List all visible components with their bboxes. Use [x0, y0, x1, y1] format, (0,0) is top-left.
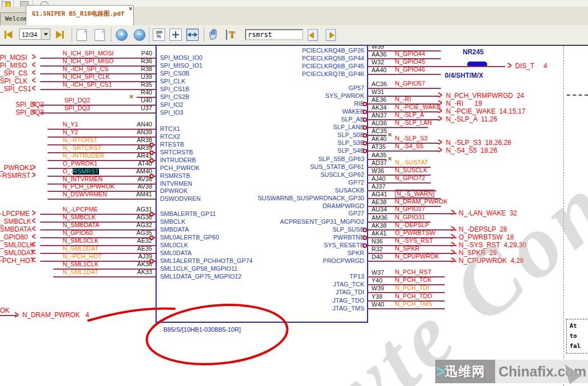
pin-number: AK38	[371, 222, 387, 229]
badge-left-panel: > 迅维网	[435, 360, 495, 383]
find-next-button[interactable]	[326, 28, 336, 41]
find-previous-button[interactable]	[308, 28, 318, 41]
chip-pin-name: GP27	[193, 210, 364, 216]
pin-number: AK34	[371, 104, 387, 111]
chip-pin-name: GP72	[193, 179, 364, 186]
net-label: N_-RTCRST	[63, 136, 97, 143]
ibeam-cursor-icon	[226, 30, 227, 40]
chip-pin-name: TP13	[193, 273, 364, 280]
chip-pin-name: PCIECLKRQ6B_GP45	[193, 63, 364, 69]
separator	[72, 27, 72, 42]
external-net-label: SPI_DQ2	[16, 101, 44, 109]
fit-page-button[interactable]	[170, 28, 182, 41]
chip-pin-name: SMBDATA	[160, 226, 189, 233]
net-label: N_-S_WARN	[395, 190, 434, 197]
pdf-toolbar: 12/34 + − 100% T	[0, 25, 588, 46]
hand-tool-button[interactable]	[208, 28, 220, 41]
pin-number: AA36	[371, 51, 387, 58]
net-label: N_SUSCLK	[395, 167, 427, 173]
chip-pin-name: PROCPWRGD	[193, 257, 364, 264]
chip-pin-name: SLP_S3B	[193, 139, 364, 146]
chip-pin-name: SUSACKB	[193, 187, 364, 194]
note-box: At to fal	[566, 319, 588, 354]
zoom-out-button[interactable]: −	[134, 28, 145, 41]
zoom-100-button[interactable]: 100%	[153, 28, 165, 41]
pdf-reader-window: NR245 0/4/SHT/M/X B85/S/[10HB1-030B85-10…	[0, 0, 588, 386]
pin-number: AV36	[128, 176, 152, 182]
net-label: N_SML0CLK	[63, 237, 98, 244]
first-page-button[interactable]	[4, 28, 12, 41]
pin-number: AK33	[128, 269, 152, 275]
chip-pin-name: SPI_CS2B	[160, 93, 190, 100]
dashed-connector-line	[567, 95, 588, 96]
external-net-label: PI_MOSI	[0, 54, 27, 62]
zoom-in-button[interactable]: +	[116, 28, 128, 41]
external-net-label: -LPCPME	[0, 210, 30, 218]
net-label: N_-SLP_A	[395, 111, 424, 118]
hand-icon	[208, 29, 220, 41]
tab-document[interactable]: G1.SNIPER B5_R10电路图.pdf ×	[26, 5, 134, 25]
chip-pin-name: SLP_LANB	[193, 124, 364, 130]
pin-number: AE35	[128, 245, 152, 252]
pin-number: AD37	[371, 159, 387, 166]
pin-number: AC35	[371, 128, 387, 134]
text-select-tool-button[interactable]: T	[226, 28, 235, 41]
net-label: N_DRAM_PWROK	[395, 198, 448, 205]
wire	[368, 261, 457, 262]
schematic-canvas[interactable]: NR245 0/4/SHT/M/X B85/S/[10HB1-030B85-10…	[0, 0, 588, 386]
last-page-button[interactable]	[56, 28, 64, 41]
offpage-net-reference: N_-SLP_S3 18,26,28	[446, 139, 511, 147]
pin-number: AE38	[371, 199, 387, 205]
no-connect-x-icon: ×	[388, 131, 392, 138]
pin-number: AG31	[128, 206, 152, 213]
document-tab-bar: Welcome G1.SNIPER B5_R10电路图.pdf ×	[0, 7, 588, 26]
chip-pin-name: JTAG_TCK	[193, 281, 364, 288]
net-label: N_PCH_TMS	[395, 300, 432, 307]
net-arrow-icon: <	[32, 256, 36, 265]
net-label: N_SML1CLK	[63, 261, 98, 267]
chip-pin-name: SPI_CS0B	[160, 70, 190, 77]
separator	[149, 27, 149, 42]
page-indicator-value: 12/34	[22, 31, 37, 38]
pin-number: AR41	[128, 152, 152, 159]
text-tool-icon: T	[229, 30, 235, 40]
truncated-net-label: OK	[0, 307, 10, 314]
wire	[368, 66, 505, 67]
page-boundary-dashed-line	[563, 46, 564, 386]
net-label: N_Y1	[63, 121, 78, 128]
close-tab-icon[interactable]: ×	[129, 6, 133, 12]
chip-pin-name: RTCX2	[160, 133, 180, 140]
offpage-net-reference: O_PWRBTSW 18	[459, 233, 514, 241]
chip-pin-name: SUS_STATB_GP61	[193, 163, 364, 170]
net-label: N_SPKR	[395, 245, 420, 252]
chip-pin-name: SUSCLK_GP62	[193, 171, 364, 178]
page-dropdown-button[interactable]	[41, 29, 50, 39]
pin-number: D40	[371, 253, 383, 260]
wire	[53, 276, 156, 277]
next-view-button[interactable]	[95, 28, 105, 41]
search-input[interactable]	[245, 29, 303, 40]
external-net-label: _GPIO60	[0, 233, 28, 241]
previous-view-button[interactable]	[77, 28, 87, 41]
offpage-net-reference: DIS_T 4	[515, 62, 547, 70]
net-label: N_-ICH_SPI_CS	[63, 65, 109, 72]
fit-width-button[interactable]	[186, 28, 199, 41]
net-label: N_DSWVRMEN	[63, 191, 107, 197]
pin-number: AU36	[371, 120, 387, 126]
net-label: N_Y2	[63, 129, 78, 135]
offpage-net-reference: N_-SYS_RST 4,29,30	[459, 241, 526, 249]
pin-number: W31	[371, 88, 384, 95]
page-indicator[interactable]: 12/34	[19, 29, 50, 40]
pin-number: R36	[128, 58, 152, 64]
external-net-label: SMBDATA	[0, 225, 31, 233]
chip-pin-name: RSMRSTB	[160, 172, 190, 179]
chip-part-number-label: B85/S/[10HB1-030B85-10R]	[163, 326, 241, 333]
pin-number: R35	[128, 81, 152, 88]
chip-pin-name: SLP_S4B	[193, 147, 364, 154]
offpage-net-reference: N_DRAM_PWROK 4	[22, 311, 89, 319]
wire	[368, 74, 441, 75]
chip-pin-name: SML1CLK_GP58_MGPIO11	[160, 265, 238, 272]
chevron-down-icon	[44, 33, 48, 36]
net-label: N_CPUPWROK	[395, 253, 439, 260]
net-label: N_GPIO72	[395, 175, 425, 181]
